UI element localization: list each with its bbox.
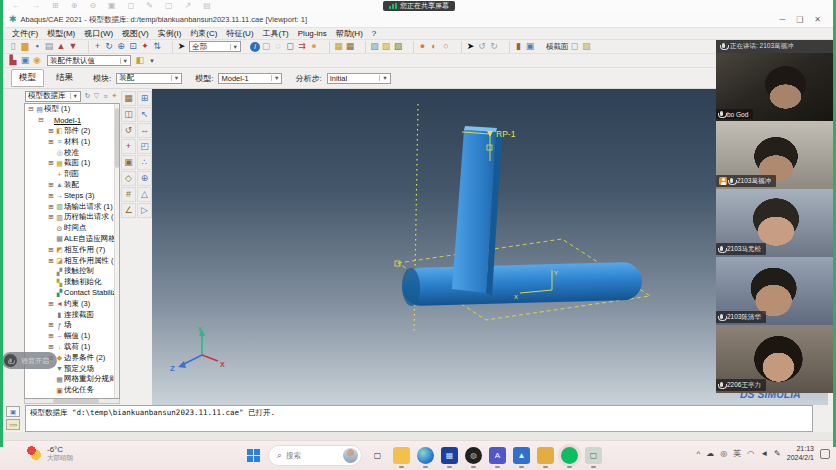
tree-item[interactable]: ⊞ ◪ 相互作用属性 (1) bbox=[25, 255, 119, 266]
viewport-icon[interactable]: ▣ bbox=[19, 55, 31, 67]
rotate-instance-icon[interactable]: ↺ bbox=[121, 123, 136, 138]
shaded-render-icon[interactable]: ● bbox=[413, 41, 428, 53]
expand-toggle-icon[interactable]: ⊟ bbox=[27, 105, 35, 113]
tray-expand-icon[interactable]: ^ bbox=[696, 450, 700, 458]
fullscreen-icon[interactable]: ↗ bbox=[185, 2, 192, 10]
menu-item[interactable]: 约束(C) bbox=[190, 28, 217, 39]
tree-item[interactable]: ⊞ ▥ 历程输出请求 (1) bbox=[25, 212, 119, 223]
tree-item[interactable]: ⊞ → Steps (3) bbox=[25, 190, 119, 201]
task-view-button[interactable]: ▢ bbox=[369, 447, 386, 464]
datum-axis-icon[interactable]: ⊕ bbox=[137, 171, 152, 186]
back-icon[interactable]: ← bbox=[12, 2, 20, 10]
submit-job-icon[interactable]: ▲ bbox=[55, 41, 67, 53]
tree-item[interactable]: ⊞ ƒ 场 bbox=[25, 320, 119, 331]
expand-toggle-icon[interactable]: ⊞ bbox=[47, 332, 55, 340]
tree-refresh-icon[interactable]: ↻ bbox=[83, 92, 92, 100]
expand-toggle-icon[interactable]: ⊞ bbox=[47, 181, 55, 189]
box-zoom-icon[interactable]: ⊡ bbox=[127, 41, 139, 53]
expand-toggle-icon[interactable]: ⊞ bbox=[47, 127, 55, 135]
create-instance-icon[interactable]: ▦ bbox=[121, 91, 136, 106]
query-info-icon[interactable]: i bbox=[250, 42, 260, 52]
display-group-icon[interactable]: ▙ bbox=[7, 55, 19, 67]
edge-button[interactable] bbox=[417, 447, 434, 464]
thumbnails-icon[interactable]: ⊞ bbox=[52, 2, 59, 10]
rotate-view-icon[interactable]: ↻ bbox=[103, 41, 115, 53]
expand-toggle-icon[interactable]: ⊞ bbox=[47, 213, 55, 221]
menu-item[interactable]: 特征(U) bbox=[226, 28, 253, 39]
select-arrow-icon[interactable]: ➤ bbox=[461, 41, 476, 53]
zoom-in-icon[interactable]: ⊕ bbox=[71, 2, 78, 10]
query-tool-icon[interactable]: △ bbox=[137, 187, 152, 202]
2206王亭力[interactable]: 2206王亭力 bbox=[716, 325, 836, 393]
tree-item[interactable]: ▚ 接触初始化 bbox=[25, 277, 119, 288]
save-icon[interactable]: ▤ bbox=[203, 2, 211, 10]
expand-toggle-icon[interactable]: ⊞ bbox=[47, 343, 55, 351]
tree-item[interactable]: ⊞ ↓ 载荷 (1) bbox=[25, 342, 119, 353]
select-none-icon[interactable]: ▢ bbox=[260, 41, 272, 53]
table1-icon[interactable]: ▦ bbox=[329, 41, 344, 53]
pan-view-icon[interactable]: + bbox=[88, 41, 103, 53]
redo-icon[interactable]: ↻ bbox=[488, 41, 500, 53]
tree-item[interactable]: ▣ 优化任务 bbox=[25, 385, 119, 396]
expand-toggle-icon[interactable]: ⊞ bbox=[47, 192, 55, 200]
forward-icon[interactable]: → bbox=[32, 2, 40, 10]
expand-toggle-icon[interactable]: ⊞ bbox=[47, 159, 55, 167]
expand-toggle-icon[interactable]: ⊞ bbox=[47, 257, 55, 265]
tree-item[interactable]: ◎ 校准 bbox=[25, 147, 119, 158]
pointer-icon[interactable]: ➤ bbox=[172, 41, 187, 53]
taskbar-clock[interactable]: 21:13 2024/2/1 bbox=[787, 445, 814, 463]
wifi-icon[interactable]: ◠ bbox=[747, 450, 754, 458]
ime-indicator[interactable]: 英 bbox=[733, 450, 741, 458]
cube2-icon[interactable]: ▧ bbox=[380, 41, 392, 53]
viewcut-icon[interactable]: ◻ bbox=[569, 41, 581, 53]
pen-icon[interactable]: ✎ bbox=[774, 450, 781, 458]
tree-item[interactable]: + 剖面 bbox=[25, 169, 119, 180]
linear-pattern-icon[interactable]: ⊞ bbox=[137, 91, 152, 106]
viewcut-box-icon[interactable]: ▧ bbox=[581, 41, 593, 53]
tree-item[interactable]: ⊟ ▤ 模型 (1) bbox=[25, 104, 119, 115]
minimize-button[interactable]: ─ bbox=[779, 15, 785, 24]
crop-icon[interactable]: ◻ bbox=[128, 2, 135, 10]
job-monitor-icon[interactable]: ▼ bbox=[67, 41, 79, 53]
module-combo[interactable]: 装配▼ bbox=[116, 73, 182, 84]
tree-item[interactable]: ▮ 连接截面 bbox=[25, 309, 119, 320]
menu-item[interactable]: 文件(F) bbox=[12, 28, 38, 39]
translate-to-icon[interactable]: ↔ bbox=[137, 123, 152, 138]
2103葛福冲[interactable]: 2103葛福冲 bbox=[716, 121, 836, 189]
app-dark-button[interactable]: ◍ bbox=[465, 447, 482, 464]
datum-csys-icon[interactable]: ◇ bbox=[121, 171, 136, 186]
create-constraint-icon[interactable]: + bbox=[121, 139, 136, 154]
onedrive-icon[interactable]: ☁ bbox=[706, 450, 714, 458]
screen-share-button[interactable]: ▢ bbox=[585, 447, 602, 464]
palette-icon[interactable]: ◧ bbox=[134, 55, 146, 67]
angle-tool-icon[interactable]: ∠ bbox=[121, 203, 136, 218]
wireframe-render-icon[interactable]: ○ bbox=[440, 41, 452, 53]
tree-database-combo[interactable]: 模型数据库▼ bbox=[25, 91, 81, 102]
cube1-icon[interactable]: ▧ bbox=[365, 41, 380, 53]
tree-item[interactable]: ▞ 接触控制 bbox=[25, 266, 119, 277]
model-combo[interactable]: Model-1▼ bbox=[218, 73, 282, 84]
abaqus-button[interactable]: A bbox=[489, 447, 506, 464]
tree-item[interactable]: ⊞ ◩ 相互作用 (7) bbox=[25, 244, 119, 255]
cycle-views-icon[interactable]: ⇅ bbox=[151, 41, 163, 53]
edge-tool-icon[interactable]: ▷ bbox=[137, 203, 152, 218]
translate-instance-icon[interactable]: ↖ bbox=[137, 107, 152, 122]
expand-toggle-icon[interactable]: ⊞ bbox=[47, 138, 55, 146]
box-select-icon[interactable]: ◻ bbox=[284, 41, 296, 53]
menu-item[interactable]: ? bbox=[372, 29, 376, 38]
file-explorer-button[interactable] bbox=[393, 447, 410, 464]
tree-vertical-scrollbar[interactable] bbox=[114, 104, 119, 398]
windows-icon[interactable]: ▢ bbox=[165, 2, 173, 10]
tree-item[interactable]: ▩ ALE自适应网格约束 bbox=[25, 234, 119, 245]
radial-pattern-icon[interactable]: ◫ bbox=[121, 107, 136, 122]
menu-item[interactable]: 工具(T) bbox=[263, 28, 289, 39]
expand-toggle-icon[interactable]: ⊞ bbox=[47, 321, 55, 329]
command-line-icon[interactable]: >>> bbox=[6, 419, 20, 430]
weather-widget[interactable]: -6°C 大部晴朗 bbox=[26, 445, 73, 462]
tree-filter-icon[interactable]: ▽ bbox=[92, 92, 101, 100]
step-combo[interactable]: Initial▼ bbox=[327, 73, 391, 84]
menu-item[interactable]: 帮助(H) bbox=[336, 28, 363, 39]
tree-horizontal-scrollbar[interactable] bbox=[24, 399, 120, 404]
color-code-icon[interactable]: ◉ bbox=[31, 55, 43, 67]
volume-icon[interactable]: ◄ bbox=[760, 450, 768, 458]
